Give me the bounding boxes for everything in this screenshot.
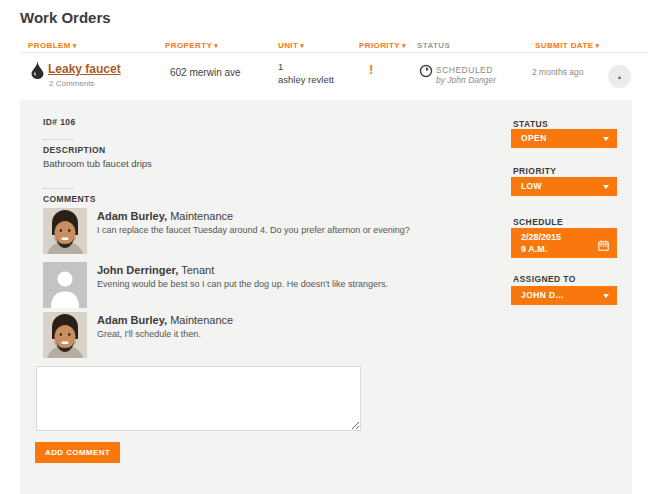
- calendar-icon: [598, 237, 609, 255]
- property-value: 602 merwin ave: [170, 67, 241, 78]
- water-drop-icon: [31, 61, 44, 83]
- unit-number: 1: [278, 61, 283, 72]
- comments-label: COMMENTS: [43, 194, 96, 204]
- problem-link[interactable]: Leaky faucet: [48, 62, 121, 76]
- chevron-down-icon: [603, 137, 609, 141]
- schedule-picker[interactable]: 2/28/2015 9 A.M.: [511, 228, 617, 258]
- comment-text: Evening would be best so I can put the d…: [97, 278, 462, 291]
- collapse-row-button[interactable]: ▴: [608, 65, 631, 88]
- column-header-priority[interactable]: PRIORITY▾: [359, 41, 406, 50]
- comment-text: Great, I'll schedule it then.: [97, 328, 462, 341]
- sort-caret-icon: ▾: [73, 42, 77, 49]
- status-dropdown[interactable]: OPEN: [511, 129, 617, 148]
- page-title: Work Orders: [20, 9, 111, 26]
- unit-tenant: ashley revlett: [278, 74, 334, 85]
- avatar-adam-burley: [43, 312, 87, 358]
- work-order-id: ID# 106: [43, 117, 76, 127]
- comment-author: Adam Burley, Maintenance: [97, 314, 462, 326]
- column-header-problem[interactable]: PROBLEM▾: [28, 41, 77, 50]
- comment-author: John Derringer, Tenant: [97, 264, 462, 276]
- priority-flag: !: [369, 62, 373, 77]
- priority-label: PRIORITY: [513, 166, 556, 176]
- sort-caret-icon: ▾: [595, 42, 599, 49]
- work-order-detail-panel: ID# 106 DESCRIPTION Bathroom tub faucet …: [20, 100, 632, 494]
- caret-up-icon: ▴: [618, 73, 622, 80]
- column-header-unit[interactable]: UNIT▾: [278, 41, 304, 50]
- column-header-property[interactable]: PROPERTY▾: [165, 41, 218, 50]
- status-label: STATUS: [513, 119, 548, 129]
- add-comment-button[interactable]: ADD COMMENT: [35, 442, 120, 463]
- comments-count: 2 Comments: [49, 79, 94, 88]
- comment-author: Adam Burley, Maintenance: [97, 210, 462, 222]
- chevron-down-icon: [603, 294, 609, 298]
- submit-date-value: 2 months ago: [532, 67, 584, 77]
- description-text: Bathroom tub faucet drips: [43, 158, 152, 169]
- schedule-label: SCHEDULE: [513, 217, 563, 227]
- new-comment-input[interactable]: [36, 366, 361, 431]
- work-order-row: Leaky faucet 2 Comments 602 merwin ave 1…: [0, 53, 663, 99]
- comment-text: I can replace the faucet Tuesday around …: [97, 224, 462, 237]
- sort-caret-icon: ▾: [214, 42, 218, 49]
- sort-caret-icon: ▾: [402, 42, 406, 49]
- column-header-submit-date[interactable]: SUBMIT DATE▾: [535, 41, 599, 50]
- assigned-to-label: ASSIGNED TO: [513, 274, 576, 284]
- work-orders-page: Work Orders PROBLEM▾ PROPERTY▾ UNIT▾ PRI…: [0, 0, 663, 494]
- priority-dropdown[interactable]: LOW: [511, 177, 617, 196]
- scheduled-clock-icon: [419, 64, 433, 82]
- column-header-status: STATUS: [417, 41, 450, 50]
- avatar-placeholder: [43, 262, 87, 308]
- status-value: SCHEDULED: [436, 65, 493, 75]
- status-by: by John Danger: [436, 75, 496, 85]
- avatar-adam-burley: [43, 208, 87, 254]
- chevron-down-icon: [603, 185, 609, 189]
- sort-caret-icon: ▾: [300, 42, 304, 49]
- divider: [43, 188, 73, 189]
- divider: [43, 139, 73, 140]
- assigned-to-dropdown[interactable]: JOHN D...: [511, 286, 617, 305]
- description-label: DESCRIPTION: [43, 145, 106, 155]
